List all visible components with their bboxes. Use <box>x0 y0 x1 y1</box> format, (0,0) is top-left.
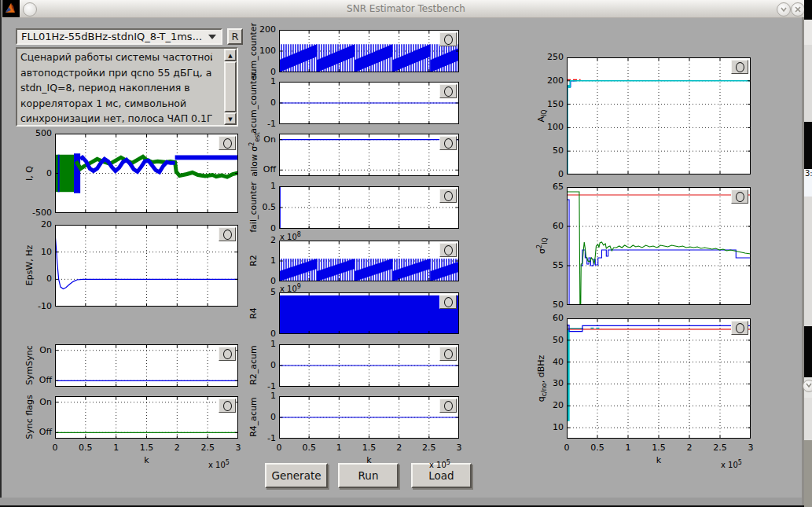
background-window-strip <box>804 398 812 440</box>
x-tick-label: 1.5 <box>356 443 383 453</box>
axes-zoom-button[interactable] <box>219 227 236 241</box>
plot-canvas-sigma_iq <box>567 187 751 305</box>
axes-zoom-button[interactable] <box>439 84 457 98</box>
ellipse-icon <box>444 245 453 255</box>
description-line: Сценарий работы системы частотной <box>20 50 212 65</box>
plot-canvas-r2_acum <box>279 344 459 387</box>
background-window-strip <box>804 377 812 398</box>
ellipse-icon <box>736 62 744 72</box>
axes-zoom-button[interactable] <box>439 32 457 46</box>
plot-canvas-r4 <box>279 292 459 334</box>
x-tick-label: 0 <box>42 443 68 453</box>
plot-epsw <box>55 225 238 307</box>
ellipse-icon <box>223 138 232 149</box>
scroll-down-button[interactable]: ▼ <box>224 112 237 125</box>
axes-zoom-button[interactable] <box>439 295 457 309</box>
matlab-logo-icon <box>2 0 20 17</box>
axes-zoom-button[interactable] <box>731 189 748 204</box>
axis-label-qcno: qc/no, dBHz <box>536 323 548 433</box>
plot-canvas-iq <box>55 134 238 213</box>
x-tick-label: 0.5 <box>72 443 99 453</box>
plot-canvas-fail_counter <box>279 186 459 229</box>
description-scrollbar[interactable]: ▲ ▼ <box>224 49 237 125</box>
ellipse-icon <box>444 138 453 149</box>
x-tick-label: 0 <box>553 443 580 453</box>
plot-syncflags <box>55 396 238 439</box>
window-close-button[interactable] <box>791 2 805 17</box>
plot-qcno <box>567 318 751 439</box>
axes-zoom-button[interactable] <box>439 243 457 257</box>
reload-button[interactable]: R <box>227 28 243 45</box>
ellipse-icon <box>444 35 453 45</box>
run-button[interactable]: Run <box>338 463 399 488</box>
plot-sum_counter <box>279 30 459 72</box>
axes-zoom-button[interactable] <box>219 347 236 361</box>
chevron-down-icon <box>208 35 216 39</box>
plot-r2 <box>279 241 459 281</box>
axis-label-r4_acum: R4_acum <box>248 362 260 472</box>
window-shade-button[interactable] <box>777 2 791 17</box>
background-window-strip <box>804 440 812 507</box>
plot-canvas-acum_counter <box>279 82 459 124</box>
x-tick-label: 0.5 <box>296 443 322 453</box>
plot-canvas-qcno <box>567 318 751 439</box>
x-tick-label: 1 <box>325 443 352 453</box>
axes-zoom-button[interactable] <box>731 60 748 74</box>
x-tick-label: 1 <box>615 443 641 453</box>
plot-allow <box>279 134 459 176</box>
plot-r4 <box>279 292 459 334</box>
axes-zoom-button[interactable] <box>439 399 457 413</box>
plot-iq <box>55 134 238 213</box>
ellipse-icon <box>736 323 744 333</box>
x-tick-label: 2.5 <box>707 443 733 453</box>
x-tick-label: 3 <box>737 443 764 453</box>
ellipse-icon <box>444 349 453 359</box>
x-tick-label: 3 <box>446 443 472 453</box>
axes-zoom-button[interactable] <box>731 321 748 335</box>
ellipse-icon <box>444 191 453 201</box>
plot-canvas-aiq <box>567 57 751 175</box>
background-window-strip <box>804 20 812 45</box>
close-icon <box>792 4 803 15</box>
axes-zoom-button[interactable] <box>219 399 236 413</box>
axes-zoom-button[interactable] <box>439 189 457 203</box>
y-exponent-label: x 109 <box>280 283 301 293</box>
window-menu-button[interactable] <box>23 2 37 17</box>
plot-aiq <box>567 57 751 175</box>
x-tick-label: 0 <box>266 443 292 453</box>
plot-acum_counter <box>279 82 459 124</box>
ellipse-icon <box>444 401 453 411</box>
x-tick-label: 2 <box>164 443 190 453</box>
axis-label-syncflags: Sync flags <box>24 362 36 472</box>
background-window-strip <box>804 45 812 122</box>
x-tick-label: 1.5 <box>134 443 160 453</box>
ellipse-icon <box>736 192 744 202</box>
x-tick-label: 0.5 <box>584 443 611 453</box>
axes-zoom-button[interactable] <box>439 136 457 150</box>
plot-canvas-epsw <box>55 225 238 307</box>
axis-label-aiq: AIQ <box>536 61 548 171</box>
plot-canvas-allow <box>279 134 459 176</box>
plot-canvas-r2 <box>279 241 459 281</box>
ellipse-icon <box>444 86 453 97</box>
x-exponent-label: x 105 <box>429 459 450 469</box>
window-left-border <box>0 0 2 507</box>
x-tick-label: 2.5 <box>416 443 443 453</box>
axes-zoom-button[interactable] <box>439 347 457 361</box>
scenario-dropdown[interactable]: FLL01Hz-55dBHz-stdnIQ_8-T_1ms... <box>16 28 222 45</box>
scrollbar-thumb[interactable] <box>224 61 237 112</box>
background-window-strip <box>804 197 812 326</box>
x-tick-label: 2 <box>386 443 413 453</box>
plot-r2_acum <box>279 344 459 387</box>
y-exponent-label: x 108 <box>280 231 301 241</box>
ellipse-icon <box>223 349 232 359</box>
background-window-clock: 3: <box>804 169 812 197</box>
generate-button[interactable]: Generate <box>265 463 328 488</box>
scenario-description-box[interactable]: Сценарий работы системы частотной автопо… <box>16 47 238 127</box>
background-window-strip <box>804 326 812 377</box>
scroll-up-button[interactable]: ▲ <box>224 49 237 61</box>
background-window-strip <box>804 122 812 169</box>
axes-zoom-button[interactable] <box>219 136 236 150</box>
background-window-strip <box>804 0 812 20</box>
plot-canvas-sum_counter <box>279 30 459 72</box>
